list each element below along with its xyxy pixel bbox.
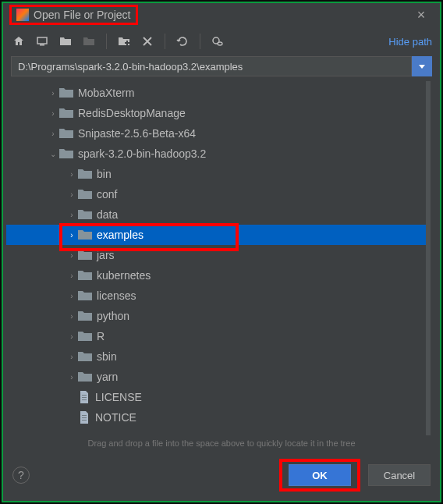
desktop-icon[interactable]	[34, 34, 50, 49]
folder-icon	[78, 371, 92, 382]
dialog-title: Open File or Project	[34, 9, 131, 21]
module-icon[interactable]	[81, 34, 97, 49]
chevron-right-icon[interactable]: ›	[67, 373, 76, 382]
toolbar: Hide path	[3, 27, 440, 56]
cancel-button[interactable]: Cancel	[368, 464, 431, 486]
folder-icon	[78, 169, 92, 179]
folder-icon	[78, 351, 92, 362]
tree-node-label: spark-3.2.0-bin-hadoop3.2	[78, 147, 206, 160]
folder-icon	[59, 148, 73, 159]
svg-rect-1	[40, 44, 44, 46]
tree-node[interactable]: LICENSE	[6, 387, 426, 407]
tree-node-label: data	[97, 208, 118, 221]
folder-icon	[78, 209, 92, 220]
folder-icon	[78, 189, 92, 200]
tree-node[interactable]: ›kubernetes	[6, 265, 426, 286]
tree-node-label: RedisDesktopManage	[78, 107, 186, 119]
tree-node[interactable]: ›data	[6, 204, 426, 225]
tree-node-label: bin	[97, 168, 112, 180]
tree-node[interactable]: ›licenses	[6, 286, 426, 306]
tree-node[interactable]: ›jars	[6, 245, 426, 265]
tree-node[interactable]: ›R	[6, 326, 426, 346]
tree-node[interactable]: ›examples	[6, 225, 426, 245]
tree-node[interactable]: ›sbin	[6, 346, 426, 367]
new-folder-icon[interactable]	[116, 34, 132, 49]
chevron-right-icon[interactable]: ›	[67, 353, 76, 361]
chevron-right-icon[interactable]: ›	[67, 332, 76, 341]
chevron-right-icon[interactable]: ›	[48, 89, 58, 98]
chevron-right-icon[interactable]: ›	[67, 312, 76, 321]
app-icon	[16, 9, 29, 21]
chevron-right-icon[interactable]: ›	[67, 292, 76, 300]
tree-node-label: LICENSE	[95, 391, 142, 403]
tree-node[interactable]: ›python	[6, 306, 426, 326]
svg-point-3	[218, 42, 222, 45]
chevron-right-icon[interactable]: ›	[67, 190, 76, 199]
file-icon	[78, 391, 90, 403]
tree-node-label: NOTICE	[95, 411, 136, 424]
hide-path-link[interactable]: Hide path	[388, 36, 432, 48]
hint-text: Drag and drop a file into the space abov…	[3, 435, 440, 454]
project-icon[interactable]	[58, 34, 73, 49]
chevron-right-icon[interactable]: ›	[48, 109, 58, 118]
chevron-down-icon[interactable]: ⌄	[48, 150, 58, 158]
tree-node-label: sbin	[97, 350, 117, 363]
folder-icon	[78, 229, 92, 240]
close-icon[interactable]: ×	[409, 7, 434, 23]
tree-node[interactable]: ›MobaXterm	[6, 83, 426, 103]
chevron-right-icon[interactable]: ›	[67, 251, 76, 260]
tree-node-label: yarn	[97, 371, 118, 383]
tree-node-label: kubernetes	[97, 269, 151, 282]
ok-button[interactable]: OK	[289, 464, 351, 486]
refresh-icon[interactable]	[175, 34, 190, 49]
tree-node-label: python	[97, 310, 129, 322]
tree-node-label: jars	[97, 249, 115, 261]
chevron-right-icon[interactable]: ›	[67, 211, 76, 219]
chevron-right-icon[interactable]: ›	[48, 130, 58, 138]
tree-node[interactable]: ›bin	[6, 164, 426, 184]
tree-node-label: conf	[97, 188, 117, 201]
folder-icon	[59, 128, 73, 139]
tree-node[interactable]: ›RedisDesktopManage	[6, 103, 426, 123]
tree-node[interactable]: ⌄spark-3.2.0-bin-hadoop3.2	[6, 144, 426, 164]
folder-icon	[78, 250, 92, 261]
home-icon[interactable]	[11, 34, 27, 49]
folder-icon	[59, 108, 73, 119]
tree-node[interactable]: ›yarn	[6, 367, 426, 387]
folder-icon	[78, 290, 92, 301]
folder-icon	[78, 311, 92, 321]
path-row	[3, 56, 440, 81]
open-file-dialog: Open File or Project × Hide path ›MobaXt…	[2, 2, 441, 502]
folder-icon	[78, 270, 92, 281]
folder-icon	[78, 331, 92, 342]
tree-node-label: Snipaste-2.5.6-Beta-x64	[78, 127, 196, 140]
path-input[interactable]	[11, 56, 412, 76]
path-dropdown-button[interactable]	[412, 56, 432, 76]
chevron-right-icon[interactable]: ›	[67, 170, 76, 179]
tree-node[interactable]: ›Snipaste-2.5.6-Beta-x64	[6, 123, 426, 144]
tree-node[interactable]: NOTICE	[6, 407, 426, 428]
delete-icon[interactable]	[140, 34, 155, 49]
tree-node-label: MobaXterm	[78, 87, 134, 99]
titlebar: Open File or Project ×	[3, 3, 440, 27]
button-row: ? OK Cancel	[3, 454, 440, 501]
chevron-right-icon[interactable]: ›	[67, 272, 76, 280]
folder-icon	[59, 87, 73, 98]
help-icon[interactable]: ?	[12, 467, 30, 484]
tree-node-label: licenses	[97, 289, 136, 302]
chevron-right-icon[interactable]: ›	[67, 231, 76, 240]
svg-rect-0	[37, 37, 47, 44]
tree-node[interactable]: ›conf	[6, 184, 426, 204]
tree-node-label: examples	[97, 229, 144, 241]
file-tree[interactable]: ›MobaXterm›RedisDesktopManage›Snipaste-2…	[6, 81, 431, 435]
tree-node-label: R	[97, 330, 105, 343]
file-icon	[78, 411, 90, 424]
show-hidden-icon[interactable]	[210, 34, 225, 49]
